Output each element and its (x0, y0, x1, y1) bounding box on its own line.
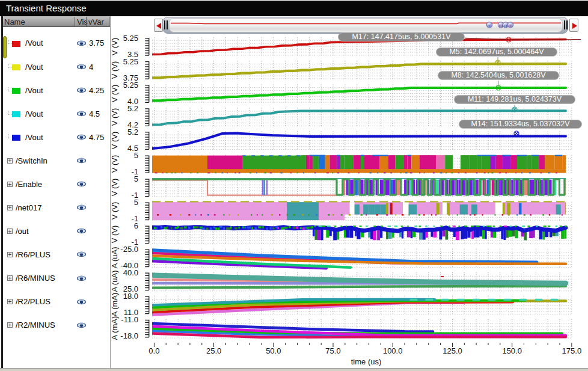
svg-text:m: m (509, 23, 513, 28)
svg-text:n: n (504, 23, 507, 28)
svg-text:m: m (499, 23, 503, 28)
svg-text:m: m (488, 23, 492, 28)
